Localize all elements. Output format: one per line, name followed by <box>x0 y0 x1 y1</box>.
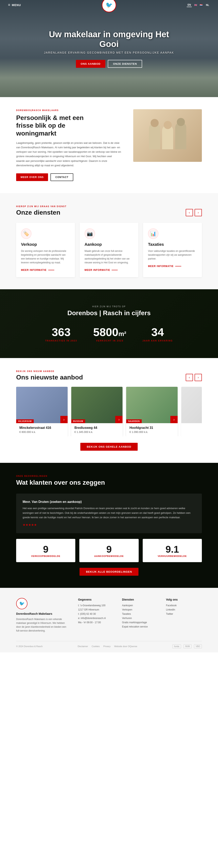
hero-content: Uw makelaar in omgeving Het Gooi Jarenla… <box>38 30 180 68</box>
footer-col-diensten: Diensten Aankopen Verkopen Taxaties Verh… <box>122 598 158 633</box>
listing-arrow-hilversum[interactable]: › <box>60 416 68 423</box>
reviews-btn-wrap: BEKIJK ALLE BEOORDELINGEN <box>16 568 202 576</box>
footer-dienst-aankopen[interactable]: Aankopen <box>122 604 158 607</box>
service-link-line <box>48 270 54 270</box>
services-next-button[interactable]: › <box>194 209 202 216</box>
reviews-all-button[interactable]: BEKIJK ALLE BEOORDELINGEN <box>79 568 139 576</box>
footer-dienst-rapport[interactable]: Gratis marktrapportage <box>122 621 158 624</box>
listings-nav: ‹ › <box>186 374 202 381</box>
footer-dienst-verkopen[interactable]: Verkopen <box>122 608 158 611</box>
footer-bottom-links: Disclaimer Cookies Privacy Website door … <box>78 645 137 648</box>
score-card-verkoop: 9 VERKOOPBEMIDDELDE <box>16 539 75 562</box>
menu-icon[interactable]: ≡ <box>8 3 10 7</box>
stats-content: Hier zijn wij trots op Dorenbos | Rasch … <box>16 305 202 342</box>
footer-col-gegevens-title: Gegevens <box>78 598 114 601</box>
service-card-taxaties: 📊 Taxaties Voor vakkundige taxaties en g… <box>143 223 202 277</box>
footer-twitter[interactable]: Twitter <box>166 613 202 615</box>
listing-city-bussum: BUSSUM <box>71 419 85 423</box>
reviews-title: Wat klanten over ons zeggen <box>16 479 202 486</box>
hero-title: Uw makelaar in omgeving Het Gooi <box>38 30 180 49</box>
service-desc-taxaties: Voor vakkundige taxaties en gecertificee… <box>148 249 197 261</box>
listings-prev-button[interactable]: ‹ <box>186 374 193 381</box>
services-prev-button[interactable]: ‹ <box>186 209 193 216</box>
listings-title: Ons nieuwste aanbod <box>16 374 83 381</box>
footer-facebook[interactable]: Facebook <box>166 604 202 607</box>
stat-transactions: 363 TRANSACTIES IN 2023 <box>45 327 77 342</box>
footer-linkedin[interactable]: LinkedIn <box>166 608 202 611</box>
footer-link-cookies[interactable]: Cookies <box>92 645 100 648</box>
about-buttons: MEER OVER ONS CONTACT <box>16 173 121 181</box>
listings-all-button[interactable]: BEKIJK ONS GEHELE AANBOD <box>80 443 138 451</box>
about-contact-button[interactable]: CONTACT <box>50 173 73 181</box>
service-link-line-3 <box>175 266 181 267</box>
footer-link-disclaimer[interactable]: Disclaimer <box>78 645 88 648</box>
score-card-verhuur: 9.1 VERHUURBEMIDDELDE <box>143 539 202 562</box>
partner-nvm: NVM <box>183 645 191 648</box>
service-icon-verkoop: 🏷️ <box>21 228 32 239</box>
footer-logo-area: 🐦 DorenbosRasch Makelaars DorenbosRasch … <box>16 598 70 633</box>
score-verkoop-number: 9 <box>21 544 70 555</box>
footer-col-diensten-title: Diensten <box>122 598 158 601</box>
service-link-taxaties[interactable]: MEER INFORMATIE <box>148 265 181 268</box>
service-link-line-2 <box>112 270 118 270</box>
listing-info-naarden: Hoofdgracht 31 € 1.090.000 k.k. <box>126 423 178 436</box>
nav-menu[interactable]: ≡ MENU <box>8 3 21 7</box>
footer-dienst-taxaties[interactable]: Taxaties <box>122 613 158 615</box>
nav-lang: EN 🇬🇧 🇳🇱 NL <box>187 3 210 7</box>
listings-label: Bekijk ons nieuw aanbod <box>16 370 83 372</box>
logo-icon: 🐦 <box>106 2 113 8</box>
footer-email[interactable]: e: info@dorenbosrasch.nl <box>78 617 114 620</box>
footer-grid: 🐦 DorenbosRasch Makelaars DorenbosRasch … <box>16 598 202 633</box>
listing-image-bussum: BUSSUM › <box>71 387 123 423</box>
lang-divider: 🇬🇧 <box>194 4 197 6</box>
listing-info-hilversum: Minckelersstraat 416 € 800.000 k.k. <box>16 423 68 436</box>
service-link-verkoop[interactable]: MEER INFORMATIE <box>21 269 54 272</box>
services-header: Hierop zijn wij graag van dienst Onze di… <box>16 205 202 216</box>
reviews-label: Onze beoordelingen <box>16 475 202 477</box>
service-desc-verkoop: De woning verkopen met de professionele … <box>21 249 70 265</box>
footer-copyright: © 2024 Dorenbos & Rasch <box>16 645 43 648</box>
footer-hours: Ma - Vr 09:00 - 17:00 <box>78 621 114 624</box>
site-logo[interactable]: 🐦 <box>102 0 116 12</box>
listing-price-bussum: € 1.345.000 k.k. <box>74 430 119 433</box>
hero-diensten-button[interactable]: ONZE DIENSTEN <box>108 60 142 68</box>
listing-card-hilversum[interactable]: HILVERSUM › Minckelersstraat 416 € 800.0… <box>16 387 68 436</box>
listing-arrow-naarden[interactable]: › <box>170 416 178 423</box>
stats-section: Hier zijn wij trots op Dorenbos | Rasch … <box>0 289 218 358</box>
footer-col-gegevens: Gegevens t: 's-Gravelandseweg 100 1217 G… <box>78 598 114 633</box>
lang-nl-flag: 🇳🇱 <box>199 4 203 6</box>
footer-dienst-expat[interactable]: Expat relocation service <box>122 625 158 628</box>
services-section: Hierop zijn wij graag van dienst Onze di… <box>0 193 218 289</box>
listing-card-naarden[interactable]: NAARDEN › Hoofdgracht 31 € 1.090.000 k.k… <box>126 387 178 436</box>
stat-area: 5800m² VERKOCHT IN 2023 <box>93 327 126 342</box>
footer-address: t: 's-Gravelandseweg 100 <box>78 604 114 607</box>
stat-years-number: 34 <box>142 327 173 338</box>
footer-dienst-verhuren[interactable]: Verhuren <box>122 617 158 620</box>
listing-arrow-bussum[interactable]: › <box>115 416 122 423</box>
listings-section: Bekijk ons nieuw aanbod Ons nieuwste aan… <box>0 358 218 463</box>
review-text: Het was een prettige samenwerking doorda… <box>23 506 195 520</box>
about-meer-button[interactable]: MEER OVER ONS <box>16 173 48 181</box>
listing-card-bussum[interactable]: BUSSUM › Brediusweg 44 € 1.345.000 k.k. <box>71 387 123 436</box>
footer-phone[interactable]: t: (035) 62 40 30 <box>78 613 114 615</box>
partner-funda: funda <box>172 645 181 648</box>
listing-street-hilversum: Minckelersstraat 416 <box>20 426 64 430</box>
listing-price-hilversum: € 800.000 k.k. <box>20 430 64 433</box>
stat-years: 34 JAAR AAN ERVARING <box>142 327 173 342</box>
hero-aanbod-button[interactable]: ONS AANBOD <box>76 60 105 68</box>
footer-link-oqsense[interactable]: Website door OQsense <box>114 645 137 648</box>
service-name-taxaties: Taxaties <box>148 242 197 247</box>
listing-street-naarden: Hoofdgracht 31 <box>130 426 174 430</box>
service-name-aankoop: Aankoop <box>84 242 134 247</box>
listings-next-button[interactable]: › <box>194 374 202 381</box>
lang-en-button[interactable]: EN <box>187 3 192 7</box>
footer-social-list: Facebook LinkedIn Twitter <box>166 604 202 615</box>
lang-nl-button[interactable]: NL <box>205 3 210 7</box>
stat-area-number: 5800m² <box>93 327 126 338</box>
menu-label[interactable]: MENU <box>12 3 21 7</box>
services-title-group: Hierop zijn wij graag van dienst Onze di… <box>16 205 67 216</box>
score-verhuur-number: 9.1 <box>148 544 197 555</box>
footer-partners: funda NVM VBO <box>172 645 202 648</box>
footer-link-privacy[interactable]: Privacy <box>103 645 111 648</box>
service-link-aankoop[interactable]: MEER INFORMATIE <box>84 269 118 272</box>
